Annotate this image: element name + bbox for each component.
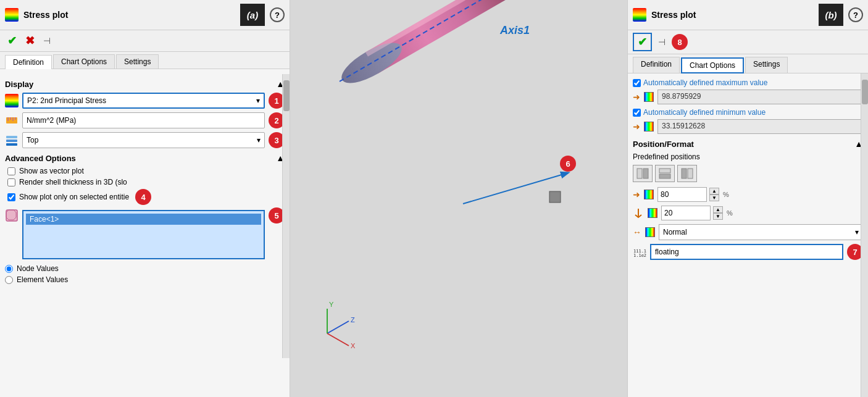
center-3d-view[interactable]: Axis1 6 Z X Y xyxy=(290,0,627,397)
left-scrollbar-thumb xyxy=(283,80,290,111)
display-select[interactable]: P2: 2nd Principal Stress ▾ xyxy=(22,93,265,109)
normal-dropdown-row: ↔ Normal ▾ xyxy=(633,224,863,240)
checkbox-show-plot[interactable] xyxy=(7,193,15,201)
pos-icon-btn-2[interactable] xyxy=(655,165,675,182)
position-select-value: Top xyxy=(27,136,38,144)
cancel-button-left[interactable]: ✖ xyxy=(23,33,37,49)
unit-field-row: N/mm^2 (MPa) 2 xyxy=(5,112,285,128)
auto-max-checkbox[interactable] xyxy=(633,79,641,87)
face-icon xyxy=(5,209,19,222)
radio-group: Node Values Element Values xyxy=(5,264,285,284)
y-percent-label: % xyxy=(727,209,733,217)
x-decrement-btn[interactable]: ▼ xyxy=(709,194,719,201)
confirm-button-left[interactable]: ✔ xyxy=(5,33,19,49)
pin-button-right[interactable]: ⊣ xyxy=(656,36,668,48)
confirm-button-right[interactable]: ✔ xyxy=(633,33,652,51)
pos-icon-btn-1[interactable] xyxy=(633,165,653,182)
svg-rect-17 xyxy=(549,191,561,203)
tab-chart-options-right[interactable]: Chart Options xyxy=(681,57,744,73)
max-value-row: ➜ 98.8795929 xyxy=(633,90,863,104)
tab-chart-options-left[interactable]: Chart Options xyxy=(53,54,115,69)
left-help-button[interactable]: ? xyxy=(270,7,285,22)
max-value-field: 98.8795929 xyxy=(657,90,863,104)
radio-element-row: Element Values xyxy=(5,275,285,284)
position-icons-row xyxy=(633,165,863,182)
svg-rect-2 xyxy=(10,117,11,120)
position-dropdown-row: Top ▾ 3 xyxy=(5,132,285,148)
right-badge: (b) xyxy=(819,4,843,26)
right-panel-header: Stress plot (b) ? xyxy=(628,0,868,30)
x-colorbar-icon xyxy=(644,190,654,199)
left-scrollbar[interactable] xyxy=(282,74,290,358)
normal-arrow-icon: ↔ xyxy=(633,227,641,237)
radio-node[interactable] xyxy=(5,265,13,273)
left-panel: Stress plot (a) ? ✔ ✖ ⊣ Definition Chart… xyxy=(0,0,290,397)
right-panel-title: Stress plot xyxy=(651,10,814,20)
floating-field[interactable]: floating xyxy=(650,244,843,260)
right-toolbar: ✔ ⊣ 8 xyxy=(628,30,868,54)
position-arrow-icon: ▾ xyxy=(257,136,261,144)
right-help-button[interactable]: ? xyxy=(848,7,863,22)
svg-rect-4 xyxy=(15,117,16,120)
svg-rect-31 xyxy=(688,169,693,178)
max-arrow-icon: ➜ xyxy=(633,92,640,102)
checkbox-render[interactable] xyxy=(7,178,15,186)
x-increment-btn[interactable]: ▲ xyxy=(709,188,719,194)
auto-max-label: Automatically defined maximum value xyxy=(643,78,767,87)
svg-rect-26 xyxy=(637,169,642,178)
svg-text:X: X xyxy=(351,342,356,349)
tab-definition-right[interactable]: Definition xyxy=(633,57,680,73)
auto-min-row: Automatically defined minimum value xyxy=(633,108,863,117)
predefined-text: Predefined positions xyxy=(633,153,700,161)
tab-settings-left[interactable]: Settings xyxy=(116,54,159,69)
position-section-header: Position/Format ▲ xyxy=(633,139,863,149)
right-tabs: Definition Chart Options Settings xyxy=(628,54,868,73)
radio-element[interactable] xyxy=(5,276,13,284)
predefined-label: Predefined positions xyxy=(633,153,863,161)
checkbox-show-plot-label: Show plot only on selected entitie xyxy=(19,193,129,201)
unit-field[interactable]: N/mm^2 (MPa) xyxy=(22,112,265,128)
display-select-value: P2: 2nd Principal Stress xyxy=(27,96,106,105)
normal-dropdown[interactable]: Normal ▾ xyxy=(659,224,863,240)
tab-settings-right[interactable]: Settings xyxy=(745,57,788,73)
face-item-1[interactable]: Face<1> xyxy=(26,214,261,225)
min-value-field: 33.15912628 xyxy=(657,119,863,134)
y-spinner-buttons: ▲ ▼ xyxy=(713,206,723,220)
min-arrow-icon: ➜ xyxy=(633,122,640,132)
y-value-input[interactable]: 20 xyxy=(661,206,711,220)
right-scrollbar[interactable] xyxy=(861,73,868,397)
face-list[interactable]: Face<1> xyxy=(22,210,265,259)
advanced-section-title: Advanced Options xyxy=(5,154,76,163)
checkbox-render-label: Render shell thickness in 3D (slo xyxy=(19,178,127,186)
position-section-title: Position/Format xyxy=(633,140,694,149)
checkbox-vector[interactable] xyxy=(7,167,15,175)
3d-scene-svg: Axis1 6 Z X Y xyxy=(290,0,627,397)
dropdown-arrow-icon: ▾ xyxy=(256,96,260,105)
layer-icon xyxy=(5,133,19,147)
left-panel-title: Stress plot xyxy=(23,10,235,20)
svg-rect-28 xyxy=(659,169,670,173)
x-percent-label: % xyxy=(723,191,729,198)
pin-button-left[interactable]: ⊣ xyxy=(41,35,53,47)
svg-text:6: 6 xyxy=(565,159,570,169)
auto-min-checkbox[interactable] xyxy=(633,109,641,117)
position-select[interactable]: Top ▾ xyxy=(22,132,265,148)
x-value-input[interactable]: 80 xyxy=(657,187,707,202)
right-panel: Stress plot (b) ? ✔ ⊣ 8 Definition Chart… xyxy=(627,0,868,397)
y-decrement-btn[interactable]: ▼ xyxy=(713,213,723,220)
pos-icon-btn-3[interactable] xyxy=(677,165,697,182)
stress-plot-icon-left xyxy=(5,8,19,22)
tab-definition-left[interactable]: Definition xyxy=(5,55,52,69)
pos-layout-icon-3 xyxy=(681,168,693,179)
radio-node-label: Node Values xyxy=(17,264,59,273)
y-increment-btn[interactable]: ▲ xyxy=(713,206,723,213)
svg-rect-3 xyxy=(12,117,14,121)
left-badge: (a) xyxy=(240,4,265,26)
svg-rect-7 xyxy=(6,143,17,146)
min-value-row: ➜ 33.15912628 xyxy=(633,119,863,134)
x-spinner-field: 80 ▲ ▼ xyxy=(657,187,719,202)
svg-rect-6 xyxy=(6,140,17,142)
y-spinner-field: 20 ▲ ▼ xyxy=(661,206,723,220)
svg-text:1.1e2: 1.1e2 xyxy=(633,253,646,257)
floating-icon: 111.1 1.1e2 xyxy=(633,246,646,257)
